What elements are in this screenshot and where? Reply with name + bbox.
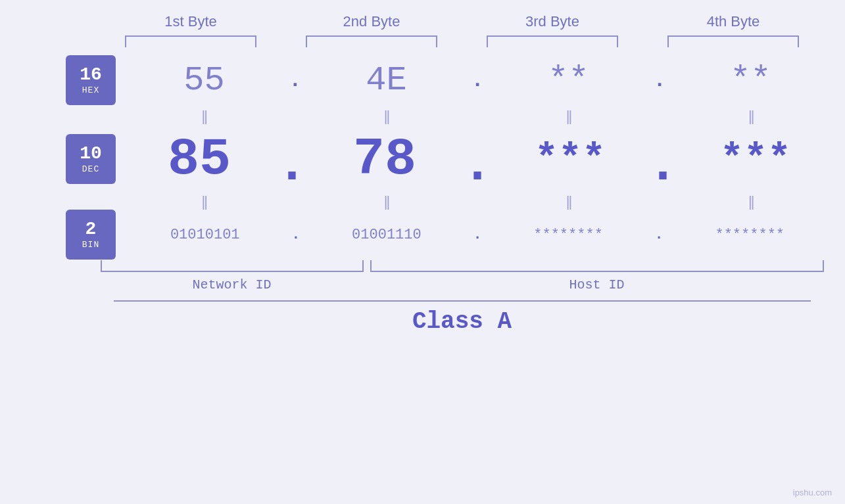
eq-cell-2-3: || bbox=[490, 193, 648, 210]
hex-badge: 16 HEX bbox=[66, 55, 116, 105]
base-badges-column: 16 HEX 10 DEC 2 BIN bbox=[39, 54, 116, 258]
network-id-label: Network ID bbox=[101, 277, 364, 292]
bin-badge-row: 2 BIN bbox=[66, 212, 116, 258]
hex-badge-row: 16 HEX bbox=[66, 54, 116, 106]
eq-sign-1-3: || bbox=[566, 108, 571, 125]
bin-val-4: ******** bbox=[715, 227, 785, 243]
byte-header-2: 2nd Byte bbox=[293, 13, 450, 30]
dec-val-3: *** bbox=[531, 137, 610, 181]
dec-cell-1: 85 bbox=[122, 129, 276, 189]
byte-header-3: 3rd Byte bbox=[473, 13, 631, 30]
bin-cell-2: 01001110 bbox=[308, 227, 466, 243]
eq-sign-1-1: || bbox=[202, 108, 206, 125]
bin-label: BIN bbox=[82, 240, 99, 250]
byte-header-1: 1st Byte bbox=[112, 13, 270, 30]
equals-row-1: || || || || bbox=[116, 106, 839, 126]
eq-cell-2-4: || bbox=[672, 193, 830, 210]
dec-dot-2: . bbox=[462, 139, 493, 192]
bin-cell-1: 01010101 bbox=[126, 227, 284, 243]
hex-label: HEX bbox=[82, 85, 99, 95]
dec-cell-2: 78 bbox=[308, 129, 462, 189]
eq-sign-1-2: || bbox=[384, 108, 389, 125]
hex-dot-3: . bbox=[653, 68, 665, 93]
bin-dot-3: . bbox=[655, 227, 664, 243]
dec-val-2: 78 bbox=[345, 129, 424, 189]
class-section: Class A bbox=[114, 300, 811, 335]
eq-sign-1-4: || bbox=[748, 108, 753, 125]
dec-badge-row: 10 DEC bbox=[66, 126, 116, 192]
bracket-top-4 bbox=[667, 35, 799, 47]
dec-cell-4: *** bbox=[679, 137, 833, 181]
hex-cell-2: 4E bbox=[307, 61, 465, 100]
bin-val-3: ******** bbox=[533, 227, 603, 243]
bottom-brackets bbox=[101, 260, 824, 273]
bin-number: 2 bbox=[85, 219, 97, 240]
bracket-top-2 bbox=[306, 35, 437, 47]
bin-dot-2: . bbox=[473, 227, 481, 243]
bracket-bottom-network bbox=[101, 260, 364, 272]
eq-cell-1-1: || bbox=[125, 108, 283, 125]
bracket-bottom-host bbox=[370, 260, 824, 272]
hex-cell-4: ** bbox=[672, 61, 830, 100]
eq-cell-1-2: || bbox=[307, 108, 465, 125]
eq-sign-2-4: || bbox=[748, 193, 753, 210]
eq-cell-1-3: || bbox=[490, 108, 648, 125]
eq-sign-2-2: || bbox=[384, 193, 389, 210]
eq-spacer-1 bbox=[66, 106, 116, 126]
dec-label: DEC bbox=[82, 164, 99, 174]
dec-dot-1: . bbox=[276, 139, 308, 192]
equals-row-2: || || || || bbox=[116, 192, 839, 212]
class-label: Class A bbox=[412, 308, 512, 335]
bin-badge: 2 BIN bbox=[66, 210, 116, 260]
hex-val-2: 4E bbox=[347, 61, 425, 100]
hex-number: 16 bbox=[80, 65, 102, 85]
dec-val-1: 85 bbox=[160, 129, 239, 189]
bin-data-row: 01010101 . 01001110 . ******** . *******… bbox=[116, 212, 839, 258]
eq-cell-1-4: || bbox=[672, 108, 830, 125]
hex-data-row: 55 . 4E . ** . ** bbox=[116, 54, 839, 106]
dec-dot-3: . bbox=[647, 139, 679, 192]
byte-headers: 1st Byte 2nd Byte 3rd Byte 4th Byte bbox=[101, 13, 824, 30]
dec-cell-3: *** bbox=[493, 137, 647, 181]
eq-cell-2-2: || bbox=[307, 193, 465, 210]
eq-sign-2-3: || bbox=[566, 193, 571, 210]
eq-cell-2-1: || bbox=[125, 193, 283, 210]
hex-dot-1: . bbox=[289, 68, 301, 93]
hex-val-4: ** bbox=[712, 61, 790, 100]
bracket-top-3 bbox=[487, 35, 618, 47]
dec-number: 10 bbox=[80, 144, 102, 164]
bin-dot-1: . bbox=[291, 227, 300, 243]
bottom-section: Network ID Host ID bbox=[101, 260, 824, 292]
eq-spacer-2 bbox=[66, 192, 116, 212]
main-container: 1st Byte 2nd Byte 3rd Byte 4th Byte 16 H… bbox=[0, 0, 845, 504]
dec-val-4: *** bbox=[716, 137, 795, 181]
eq-sign-2-1: || bbox=[202, 193, 206, 210]
bin-val-2: 01001110 bbox=[352, 227, 422, 243]
hex-val-1: 55 bbox=[164, 61, 243, 100]
bottom-labels: Network ID Host ID bbox=[101, 277, 824, 292]
bin-cell-3: ******** bbox=[489, 227, 647, 243]
dec-data-row: 85 . 78 . *** . *** bbox=[116, 126, 839, 192]
bracket-top-1 bbox=[125, 35, 256, 47]
hex-val-3: ** bbox=[529, 61, 608, 100]
dec-badge: 10 DEC bbox=[66, 134, 116, 184]
top-brackets bbox=[101, 35, 824, 47]
main-rows: 16 HEX 10 DEC 2 BIN bbox=[39, 54, 806, 258]
hex-cell-1: 55 bbox=[125, 61, 283, 100]
watermark: ipshu.com bbox=[793, 488, 832, 497]
data-columns: 55 . 4E . ** . ** || || bbox=[116, 54, 839, 258]
hex-dot-2: . bbox=[471, 68, 483, 93]
bin-cell-4: ******** bbox=[671, 227, 829, 243]
bin-val-1: 01010101 bbox=[170, 227, 240, 243]
host-id-label: Host ID bbox=[370, 277, 824, 292]
byte-header-4: 4th Byte bbox=[654, 13, 812, 30]
hex-cell-3: ** bbox=[489, 61, 647, 100]
